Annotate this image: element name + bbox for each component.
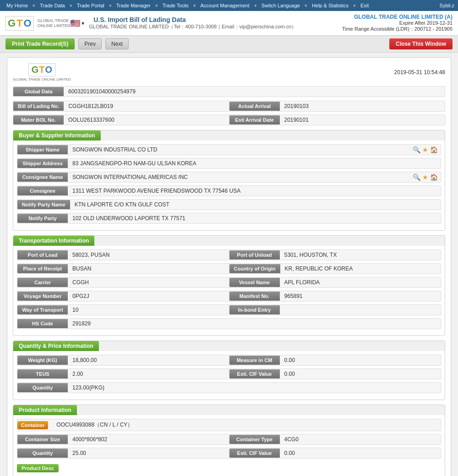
home-icon[interactable]: 🏠 [430,146,438,153]
teus-cif-row: TEUS 2.00 Esti. CIF Value 0.00 [17,368,441,379]
logo-box: G T O [5,16,34,31]
consignee-home-icon[interactable]: 🏠 [430,173,438,181]
company-name: GLOBAL TRADE ONLINE LIMITED (A) [342,14,453,20]
prod-quantity-label: Quantity [17,449,68,458]
shipper-address-label: Shipper Address [17,159,68,168]
buyer-supplier-header: Buyer & Supplier Information [13,130,101,141]
voyage-number-value: 0PG2J [68,291,229,301]
card-header: G T O GLOBAL TRADE ONLINE LIMITED 2019-0… [13,63,445,81]
prod-quantity-cif-row: Quantity 25.00 Esti. CIF Value 0.00 [17,448,441,459]
consignee-name-label: Consignee Name [17,173,68,182]
actual-arrival-label: Actual Arrival [229,102,280,111]
header-right: GLOBAL TRADE ONLINE LIMITED (A) Expire A… [342,14,453,32]
nav-trade-data[interactable]: Trade Data [37,2,68,9]
place-receipt-label: Place of Receipt [17,264,68,273]
consignee-row: Consignee 1311 WEST PARKWOOD AVENUE FRIE… [17,185,441,196]
consignee-search-icon[interactable]: 🔍 [413,173,420,181]
quantity-price-header: Quantity & Price Information [13,341,99,351]
main-content: G T O GLOBAL TRADE ONLINE LIMITED 2019-0… [0,53,458,476]
way-transport-value: 10 [68,305,229,315]
teus-label: TEUS [17,369,68,379]
esti-cif-qp-value: 0.00 [280,369,441,379]
star-icon[interactable]: ★ [422,146,428,153]
measure-cm-value: 0.00 [280,355,441,365]
shipper-name-icons: 🔍 ★ 🏠 [413,146,441,153]
transportation-header: Transportation Information [13,236,94,246]
notify-party-label: Notify Party [17,214,68,223]
port-load-label: Port of Load [17,250,68,260]
close-button-top[interactable]: Close This Window [389,38,453,49]
card-logo-o: O [45,65,52,75]
timestamp: 2019-05-31 10:54:48 [394,69,445,76]
nav-help-statistics[interactable]: Help & Statistics [309,2,351,9]
record-card: G T O GLOBAL TRADE ONLINE LIMITED 2019-0… [7,57,451,476]
in-bond-label: In-bond Entry [229,305,280,314]
consignee-value: 1311 WEST PARKWOOD AVENUE FRIENDSWOOD TX… [68,186,441,196]
expire-date: Expire After 2019-12-31 [342,20,453,26]
card-logo: G T O GLOBAL TRADE ONLINE LIMITED [13,63,71,81]
nav-switch-language[interactable]: Switch Language [259,2,303,9]
country-origin-value: KR, REPUBLIC OF KOREA [280,264,441,274]
vessel-name-value: APL FLORIDA [280,277,441,287]
nav-my-home[interactable]: My Home [4,2,31,9]
product-section: Product Information Container OOCU499308… [13,405,445,476]
nav-account-management[interactable]: Account Management [198,2,252,9]
product-body: Container OOCU4993088（CN / L / CY） Conta… [13,415,445,476]
logo-subtext: GLOBAL TRADEONLINE LIMITED [38,18,71,28]
top-navigation: My Home ▾ Trade Data ▾ Trade Portal ▾ Tr… [0,0,458,11]
prev-button-top[interactable]: Prev [78,38,102,49]
container-type-label: Container Type [229,435,280,444]
mater-bol-value: OOLU2613337600 [64,115,229,125]
esti-cif-qp-label: Esti. CIF Value [229,369,280,379]
card-logo-box: G T O [28,63,55,76]
card-logo-text: GLOBAL TRADE ONLINE LIMITED [13,77,71,81]
qp-quantity-label: Quantity [17,383,68,392]
header-title-area: U.S. Import Bill of Lading Data GLOBAL T… [89,16,296,30]
logo-area: G T O GLOBAL TRADEONLINE LIMITED [5,16,70,31]
qp-quantity-value: 123.00(PKG) [68,383,441,393]
notify-party-name-row: Notify Party Name KTN LAPORTE C/O KTN GU… [17,199,441,210]
print-button-top[interactable]: Print Trade Record(S) [5,38,75,49]
mater-bol-right: Esti Arrival Date 20190101 [229,115,445,125]
nav-exit[interactable]: Exit [358,2,371,9]
weight-label: Weight (KG) [17,356,68,365]
consignee-name-icons: 🔍 ★ 🏠 [413,173,441,181]
quantity-price-section: Quantity & Price Information Weight (KG)… [13,341,445,400]
prod-esti-cif-label: Esti. CIF Value [229,449,280,458]
measure-cm-label: Measure in CM [229,356,280,365]
consignee-label: Consignee [17,186,68,195]
search-icon[interactable]: 🔍 [413,146,420,153]
vessel-name-label: Vessel Name [229,278,280,287]
next-button-top[interactable]: Next [105,38,129,49]
nav-trade-tools[interactable]: Trade Tools [160,2,191,9]
mater-bol-label: Mater BOL No. [13,115,64,124]
consignee-star-icon[interactable]: ★ [422,173,428,181]
product-header: Product Information [13,405,77,415]
mater-bol-row: Mater BOL No. OOLU2613337600 Esti Arriva… [13,114,445,125]
nav-trade-portal[interactable]: Trade Portal [74,2,107,9]
transportation-body: Port of Load 58023, PUSAN Port of Unload… [13,246,445,335]
consignee-name-value: SONGWON INTERNATIONAL AMERICAS INC [68,172,413,182]
card-logo-g: G [32,65,39,75]
product-desc-area: Product Desc CARBOXYLIC ACID WITH PHENOL… [17,461,441,476]
notify-party-name-value: KTN LAPORTE C/O KTN GULF COST [70,200,441,210]
hs-code-value: 291829 [68,319,441,329]
teus-value: 2.00 [68,369,229,379]
manifest-no-label: Manifest No. [229,292,280,301]
receipt-origin-row: Place of Receipt BUSAN Country of Origin… [17,263,441,274]
port-load-value: 58023, PUSAN [68,250,229,260]
voyage-number-label: Voyage Number [17,292,68,301]
actual-arrival-value: 20190103 [280,101,445,111]
nav-trade-manager[interactable]: Trade Manager [114,2,153,9]
notify-party-value: 102 OLD UNDERWOOD LAPORTE TX 77571 [68,213,441,223]
username: Sybil.z [440,3,454,8]
container-size-type-row: Container Size 4000*806*802 Container Ty… [17,434,441,445]
shipper-name-row: Shipper Name SONGWON INDUSTRIAL CO LTD 🔍… [17,144,441,155]
shipper-name-value: SONGWON INDUSTRIAL CO LTD [68,145,413,155]
country-origin-label: Country of Origin [229,264,280,273]
bol-left: Bill of Lading No. CGGH1812LB019 [13,101,229,111]
in-bond-value [280,308,441,312]
notify-party-row: Notify Party 102 OLD UNDERWOOD LAPORTE T… [17,213,441,224]
bol-right: Actual Arrival 20190103 [229,101,445,111]
container-row: Container OOCU4993088（CN / L / CY） [17,419,441,431]
